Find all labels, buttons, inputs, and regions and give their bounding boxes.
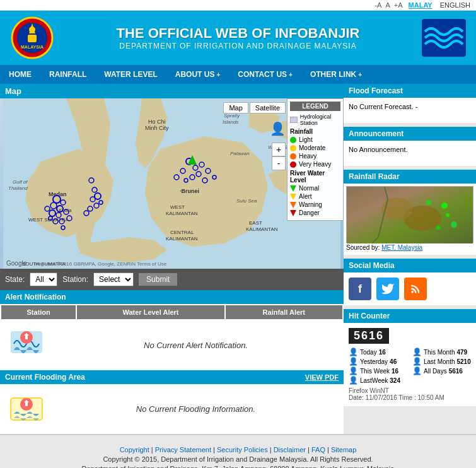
svg-point-72 [381, 197, 413, 220]
yesterday-label: Yesterday [360, 358, 388, 365]
col-water-level: Water Level Alert [77, 305, 224, 319]
footer-address: Department of Irrigation and Drainage, K… [6, 465, 470, 468]
main-layout: Map [0, 84, 476, 434]
footer-sitemap-link[interactable]: Sitemap [331, 446, 356, 453]
legend-moderate: Moderate [290, 144, 340, 151]
logo-right [422, 19, 466, 57]
social-media-section: Social Media f [344, 259, 476, 305]
legend-light: Light [290, 136, 340, 143]
twitter-icon[interactable] [376, 278, 399, 300]
header: MALAYSIA THE OFFICIAL WEB OF INFOBANJIR … [0, 11, 476, 65]
yesterday-val: 46 [390, 358, 397, 365]
nav-rainfall[interactable]: RAINFALL [40, 65, 95, 84]
left-panel: Map [0, 84, 344, 434]
announcement-message: No Announcement. [349, 146, 408, 153]
nav-about-us[interactable]: ABOUT US + [166, 65, 229, 84]
today-label: Today [360, 349, 377, 356]
svg-point-3 [29, 26, 35, 33]
col-rainfall: Rainfall Alert [226, 305, 342, 319]
nav-other-link[interactable]: OTHER LINK + [301, 65, 371, 84]
hit-counter-section: Hit Counter 5616 👤 Today 16 👤 This Month… [344, 309, 476, 406]
last-week-row: 👤 LastWeek 324 [349, 376, 407, 385]
alert-message: No Current Alert Notification. [55, 341, 336, 350]
main-nav: HOME RAINFALL WATER LEVEL ABOUT US + CON… [0, 65, 476, 84]
svg-text:EAST: EAST [249, 220, 262, 226]
footer-disclaimer-link[interactable]: Disclaimer [274, 446, 306, 453]
submit-button[interactable]: Submit [139, 273, 177, 286]
facebook-icon[interactable]: f [349, 278, 371, 300]
site-subtitle: DEPARTMENT OF IRRIGATION AND DRAINAGE MA… [54, 42, 422, 50]
svg-text:KALIMANTAN: KALIMANTAN [246, 226, 278, 232]
logo-left: MALAYSIA [10, 16, 54, 60]
last-week-label: LastWeek [360, 377, 388, 384]
about-arrow: + [216, 71, 220, 78]
svg-text:Ho Chi: Ho Chi [148, 119, 166, 125]
this-week-row: 👤 This Week 16 [349, 366, 407, 375]
nav-contact-us[interactable]: CONTACT US + [229, 65, 301, 84]
svg-text:Minh City: Minh City [145, 125, 169, 131]
map-background: Medan Kuala Singapore WEST SUMATRA SOUTH… [0, 98, 344, 269]
this-week-val: 16 [392, 368, 398, 375]
map-tab-satellite[interactable]: Satellite [250, 102, 286, 114]
flooding-body: No Current Flooding Information. [0, 384, 344, 434]
browser-name: Firefox WinNT [349, 387, 471, 394]
legend-heavy: Heavy [290, 153, 340, 160]
legend-normal: Normal [290, 185, 340, 192]
flooding-title: Current Flooding Area [5, 373, 85, 382]
hit-counter-header: Hit Counter [344, 309, 476, 323]
all-days-icon: 👤 [412, 366, 422, 375]
this-month-icon: 👤 [412, 348, 422, 356]
svg-text:WEST: WEST [170, 204, 185, 210]
font-size-plus[interactable]: +A [394, 1, 403, 9]
this-week-label: This Week [360, 368, 390, 375]
svg-text:Gulf of: Gulf of [13, 179, 28, 185]
all-days-val: 5616 [449, 368, 463, 375]
rss-icon[interactable] [404, 278, 427, 300]
nav-home[interactable]: HOME [0, 65, 40, 84]
legend-rainfall-title: Rainfall [290, 128, 340, 135]
flood-forecast-header: Flood Forecast [344, 84, 476, 98]
last-month-val: 5210 [456, 358, 470, 365]
footer-links: Copyright | Privacy Statement | Security… [6, 446, 470, 453]
svg-text:Map data ©2016 GBRMPA, Google,: Map data ©2016 GBRMPA, Google, ZENRIN Te… [35, 261, 167, 267]
other-arrow: + [358, 71, 362, 78]
lang-malay[interactable]: MALAY [409, 1, 432, 9]
map-zoom-in[interactable]: + [272, 143, 286, 156]
font-size-minus[interactable]: -A [374, 1, 381, 9]
map-zoom-out[interactable]: - [272, 156, 286, 170]
header-center: THE OFFICIAL WEB OF INFOBANJIR DEPARTMEN… [54, 25, 422, 50]
station-select[interactable]: Select [93, 272, 134, 286]
flood-forecast-message: No Current Forecast. - [349, 103, 417, 110]
footer-faq-link[interactable]: FAQ [311, 446, 325, 453]
all-days-row: 👤 All Days 5616 [412, 366, 471, 375]
svg-text:Islands: Islands [223, 119, 238, 125]
yesterday-icon: 👤 [349, 357, 358, 366]
footer-security-link[interactable]: Security Policies [217, 446, 268, 453]
state-select[interactable]: All [30, 272, 57, 286]
svg-text:Palawan: Palawan [230, 151, 250, 156]
font-size-normal[interactable]: A [385, 1, 390, 9]
map-legend: LEGEND Hydrological Station Rainfall Lig… [287, 98, 344, 221]
footer-copyright-link[interactable]: Copyright [120, 446, 149, 453]
counter-number: 5616 [349, 328, 389, 344]
svg-text:Google: Google [6, 260, 27, 267]
view-pdf-link[interactable]: VIEW PDF [305, 373, 339, 381]
footer: Copyright | Privacy Statement | Security… [0, 434, 476, 468]
legend-warning: Warning [290, 201, 340, 208]
hit-counter-body: 5616 👤 Today 16 👤 This Month 479 👤 [344, 323, 476, 406]
alert-body: No Current Alert Notification. [0, 320, 344, 370]
radar-source-link[interactable]: MET, Malaysia [381, 244, 422, 251]
controls-bar: State: All Station: Select Submit [0, 269, 344, 290]
legend-alert: Alert [290, 193, 340, 200]
legend-title: LEGEND [290, 102, 340, 111]
today-row: 👤 Today 16 [349, 348, 407, 356]
right-panel: Flood Forecast No Current Forecast. - An… [344, 84, 476, 434]
lang-english[interactable]: ENGLISH [440, 1, 470, 9]
legend-danger: Danger [290, 209, 340, 216]
footer-privacy-link[interactable]: Privacy Statement [155, 446, 211, 453]
svg-text:CENTRAL: CENTRAL [170, 230, 194, 235]
svg-rect-4 [28, 35, 37, 42]
last-month-icon: 👤 [412, 357, 422, 366]
map-tab-map[interactable]: Map [223, 102, 248, 114]
nav-water-level[interactable]: WATER LEVEL [95, 65, 166, 84]
